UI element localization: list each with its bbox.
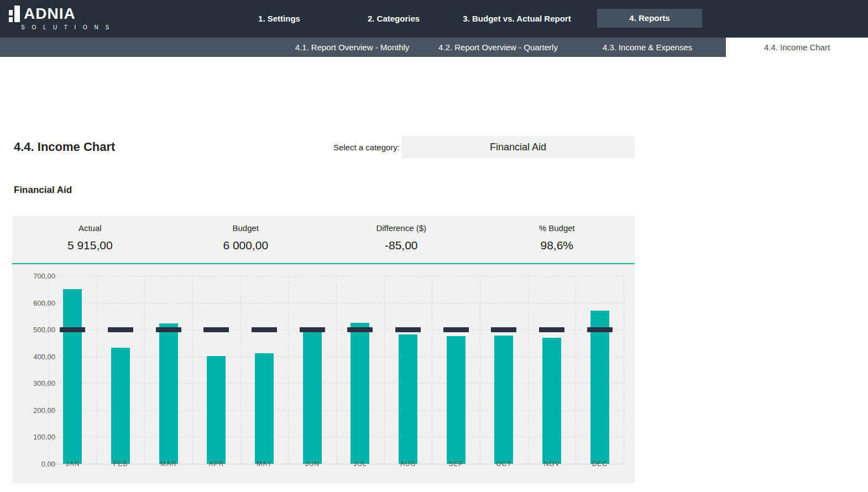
actual-bar-dec	[590, 311, 609, 464]
actual-bar-may	[255, 353, 274, 464]
y-axis-tick-label: 200,00	[17, 406, 55, 414]
v-gridline	[288, 276, 289, 464]
y-axis-tick-label: 100,00	[17, 433, 55, 441]
x-axis-month-label: APR	[192, 460, 240, 468]
x-axis-month-label: JAN	[49, 460, 97, 468]
subtab-report-overview-monthly[interactable]: 4.1. Report Overview - Monthly	[269, 38, 435, 57]
budget-tick-apr	[203, 327, 229, 332]
budget-tick-dec	[587, 327, 613, 332]
chart-section-title: Financial Aid	[14, 185, 72, 196]
stat-label: Difference ($)	[323, 223, 479, 233]
brand-name: ADNIA	[24, 6, 76, 22]
v-gridline	[384, 276, 385, 464]
x-axis-month-label: FEB	[97, 460, 145, 468]
budget-tick-sep	[443, 327, 469, 332]
sub-navbar: 4.1. Report Overview - Monthly 4.2. Repo…	[0, 38, 868, 57]
stat-value: -85,00	[323, 239, 479, 252]
tab-categories[interactable]: 2. Categories	[338, 0, 449, 38]
bar-chart-logo-icon	[9, 6, 20, 22]
stat-budget: Budget 6 000,00	[168, 216, 324, 263]
subtab-income-expenses[interactable]: 4.3. Income & Expenses	[564, 38, 730, 57]
stat-value: 98,6%	[479, 239, 635, 252]
budget-tick-nov	[539, 327, 564, 332]
tab-budget-vs-actual-report[interactable]: 3. Budget vs. Actual Report	[442, 0, 592, 38]
x-axis-month-label: DEC	[576, 460, 624, 468]
stat-percent-budget: % Budget 98,6%	[479, 216, 635, 263]
stat-difference: Difference ($) -85,00	[323, 216, 479, 263]
actual-bar-jul	[351, 323, 369, 464]
actual-bar-aug	[399, 334, 417, 464]
stat-label: % Budget	[479, 223, 635, 233]
page-title: 4.4. Income Chart	[14, 140, 115, 154]
v-gridline	[144, 276, 145, 464]
v-gridline	[240, 276, 241, 464]
x-axis-month-label: NOV	[528, 460, 576, 468]
stat-label: Budget	[168, 223, 324, 233]
report-panel: Actual 5 915,00 Budget 6 000,00 Differen…	[12, 216, 635, 483]
budget-tick-jun	[300, 327, 325, 332]
x-axis-month-label: MAR	[144, 460, 192, 468]
y-axis-tick-label: 400,00	[17, 352, 55, 360]
plot-area	[49, 276, 624, 464]
y-axis-tick-label: 300,00	[17, 379, 55, 388]
x-axis-month-label: AUG	[384, 460, 432, 468]
y-axis-tick-label: 700,00	[17, 272, 55, 280]
brand-logo: ADNIA S O L U T I O N S	[9, 6, 112, 30]
x-axis-month-label: OCT	[480, 460, 528, 468]
stat-actual: Actual 5 915,00	[12, 216, 168, 263]
actual-bar-mar	[159, 323, 178, 464]
stat-label: Actual	[12, 223, 168, 233]
v-gridline	[432, 276, 432, 464]
category-select-dropdown[interactable]: Financial Aid	[401, 136, 635, 159]
budget-tick-feb	[108, 327, 133, 332]
subtab-report-overview-quarterly[interactable]: 4.2. Report Overview - Quarterly	[415, 38, 581, 57]
v-gridline	[624, 276, 624, 464]
budget-tick-may	[252, 327, 277, 332]
stat-value: 5 915,00	[12, 239, 168, 252]
actual-bar-sep	[447, 336, 466, 464]
v-gridline	[528, 276, 529, 464]
actual-bar-jan	[63, 289, 82, 464]
tab-settings[interactable]: 1. Settings	[224, 0, 334, 38]
x-axis-month-label: SEP	[432, 460, 480, 468]
budget-tick-jul	[347, 327, 373, 332]
v-gridline	[480, 276, 480, 464]
v-gridline	[336, 276, 337, 464]
actual-bar-apr	[207, 356, 226, 464]
summary-row: Actual 5 915,00 Budget 6 000,00 Differen…	[12, 216, 635, 264]
tab-reports-active[interactable]: 4. Reports	[597, 9, 702, 28]
budget-tick-jan	[60, 327, 85, 332]
budget-tick-oct	[491, 327, 516, 332]
v-gridline	[192, 276, 193, 464]
main-content: 4.4. Income Chart Select a category: Fin…	[0, 57, 868, 492]
subtab-income-chart-active[interactable]: 4.4. Income Chart	[726, 38, 868, 57]
x-axis-month-label: JUL	[336, 460, 384, 468]
actual-bar-feb	[111, 348, 130, 464]
y-axis-tick-label: 500,00	[17, 326, 55, 334]
actual-bar-oct	[494, 336, 513, 464]
income-bar-chart: 0,00100,00200,00300,00400,00500,00600,00…	[12, 264, 635, 483]
v-gridline	[576, 276, 576, 464]
v-gridline	[97, 276, 97, 464]
actual-bar-jun	[303, 331, 322, 464]
x-axis-month-label: MAY	[240, 460, 289, 468]
x-axis-month-label: JUN	[288, 460, 336, 468]
top-navbar: ADNIA S O L U T I O N S 1. Settings 2. C…	[0, 0, 868, 38]
budget-tick-mar	[156, 327, 181, 332]
stat-value: 6 000,00	[168, 239, 324, 252]
category-select-label: Select a category:	[289, 143, 400, 152]
brand-tagline: S O L U T I O N S	[21, 24, 112, 30]
y-axis-tick-label: 600,00	[17, 299, 55, 307]
budget-tick-aug	[395, 327, 421, 332]
actual-bar-nov	[542, 338, 561, 464]
